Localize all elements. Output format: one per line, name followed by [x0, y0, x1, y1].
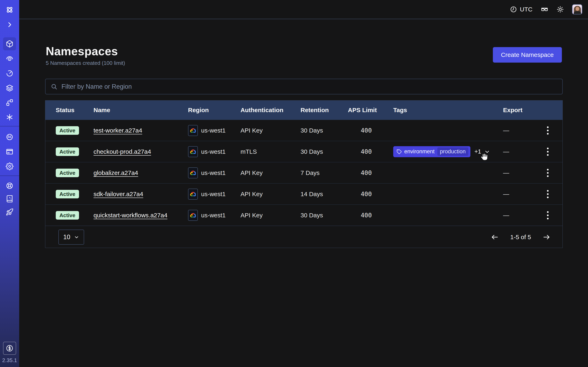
- next-page-arrow-icon[interactable]: [543, 233, 551, 241]
- retention-label: 14 Days: [301, 191, 348, 198]
- col-retention: Retention: [301, 107, 348, 114]
- filter-bar: [45, 79, 563, 94]
- page-size-select[interactable]: 10: [58, 230, 84, 245]
- table-row: Active test-worker.a27a4 us-west1 API Ke…: [45, 120, 562, 141]
- labs-toggle-button[interactable]: [541, 6, 548, 13]
- table-header: Status Name Region Authentication Retent…: [45, 100, 562, 120]
- eye-icon: [6, 55, 13, 62]
- timezone-label: UTC: [520, 6, 532, 13]
- book-sparkles-icon: [6, 195, 13, 203]
- sidebar-item-billing[interactable]: [3, 145, 16, 158]
- aps-limit-value: 400: [348, 169, 393, 176]
- namespace-link[interactable]: quickstart-workflows.a27a4: [94, 212, 167, 219]
- asterisk-icon: [6, 113, 13, 121]
- sidebar: 2.35.1: [0, 0, 19, 367]
- previous-page-arrow-icon[interactable]: [491, 233, 499, 241]
- table-row: Active quickstart-workflows.a27a4 us-wes…: [45, 205, 562, 226]
- billing-version-button[interactable]: [3, 342, 16, 355]
- aps-limit-value: 400: [348, 127, 393, 134]
- col-name: Name: [94, 107, 188, 114]
- namespace-link[interactable]: sdk-failover.a27a4: [94, 191, 143, 198]
- sidebar-item-getting-started[interactable]: [3, 206, 16, 218]
- retention-label: 30 Days: [301, 127, 348, 134]
- gear-icon: [6, 162, 13, 170]
- namespace-link[interactable]: test-worker.a27a4: [94, 127, 142, 134]
- temporal-logo[interactable]: [3, 3, 16, 16]
- export-value: —: [503, 212, 533, 219]
- pagination-controls: 1-5 of 5: [491, 233, 551, 241]
- sidebar-divider: [0, 126, 19, 126]
- sun-icon: [557, 6, 564, 13]
- clock-icon: [510, 6, 517, 13]
- sidebar-expand-button[interactable]: [3, 18, 16, 31]
- status-badge: Active: [56, 169, 79, 177]
- retention-label: 30 Days: [301, 212, 348, 219]
- row-menu-button[interactable]: [545, 146, 551, 158]
- gcp-cloud-icon: [188, 189, 198, 200]
- sidebar-item-support[interactable]: [3, 179, 16, 192]
- col-region: Region: [188, 107, 241, 114]
- timer-icon: [6, 69, 13, 77]
- sidebar-item-schedules[interactable]: [3, 67, 16, 80]
- col-tags: Tags: [393, 107, 503, 114]
- filter-input[interactable]: [61, 83, 557, 90]
- retention-label: 7 Days: [301, 169, 348, 176]
- page-size-value: 10: [63, 234, 70, 241]
- region-label: us-west1: [201, 191, 226, 198]
- sidebar-item-workflows[interactable]: [3, 96, 16, 109]
- row-menu-button[interactable]: [545, 188, 551, 200]
- pagination-range: 1-5 of 5: [510, 234, 531, 241]
- row-menu-button[interactable]: [545, 124, 551, 137]
- export-value: —: [503, 191, 533, 198]
- namespace-link[interactable]: globalizer.a27a4: [94, 169, 138, 176]
- tags-more-count: +1: [475, 148, 481, 155]
- auth-label: mTLS: [241, 148, 301, 155]
- chevron-right-icon: [6, 21, 13, 28]
- col-export: Export: [503, 107, 533, 114]
- create-namespace-button[interactable]: Create Namespace: [493, 47, 562, 63]
- row-menu-button[interactable]: [545, 209, 551, 221]
- namespace-link[interactable]: checkout-prod.a27a4: [94, 148, 151, 155]
- status-badge: Active: [56, 211, 79, 220]
- table-row: Active sdk-failover.a27a4 us-west1 API K…: [45, 183, 562, 205]
- col-status: Status: [56, 107, 94, 114]
- status-badge: Active: [56, 190, 79, 198]
- auth-label: API Key: [241, 127, 301, 134]
- sidebar-item-nexus[interactable]: [3, 111, 16, 124]
- sidebar-item-settings[interactable]: [3, 160, 16, 173]
- sidebar-item-namespaces[interactable]: [3, 37, 16, 50]
- theme-toggle-button[interactable]: [557, 6, 564, 13]
- auth-label: API Key: [241, 212, 301, 219]
- export-value: —: [503, 148, 533, 155]
- temporal-logo-icon: [5, 6, 14, 14]
- sidebar-item-deployments[interactable]: [3, 82, 16, 95]
- aps-limit-value: 400: [348, 191, 393, 198]
- gauge-icon: [6, 133, 13, 141]
- export-value: —: [503, 127, 533, 134]
- tag-key: environment: [404, 149, 435, 155]
- user-avatar[interactable]: [572, 4, 582, 15]
- auth-label: API Key: [241, 169, 301, 176]
- gcp-cloud-icon: [188, 167, 198, 178]
- status-badge: Active: [56, 126, 79, 135]
- dollar-badge-icon: [6, 344, 13, 352]
- sidebar-item-docs[interactable]: [3, 192, 16, 205]
- page-subtitle: 5 Namespaces created (100 limit): [46, 60, 125, 66]
- tag-pill[interactable]: environment production: [393, 146, 470, 157]
- search-icon: [51, 83, 57, 90]
- sidebar-item-usage[interactable]: [3, 131, 16, 143]
- table-footer: 10 1-5 of 5: [45, 226, 562, 248]
- col-aps-limit: APS Limit: [348, 107, 393, 114]
- main-content: Namespaces 5 Namespaces created (100 lim…: [19, 19, 588, 367]
- tags-expand-chevron-icon[interactable]: [484, 149, 490, 155]
- auth-label: API Key: [241, 191, 301, 198]
- row-menu-button[interactable]: [545, 167, 551, 179]
- table-row: Active globalizer.a27a4 us-west1 API Key…: [45, 162, 562, 183]
- timezone-selector[interactable]: UTC: [510, 6, 532, 13]
- topbar: UTC: [19, 0, 588, 19]
- credit-card-icon: [6, 148, 13, 156]
- aps-limit-value: 400: [348, 212, 393, 219]
- sidebar-item-insights[interactable]: [3, 52, 16, 65]
- chevron-down-icon: [74, 234, 79, 240]
- tags-cell: environment production +1: [393, 146, 503, 157]
